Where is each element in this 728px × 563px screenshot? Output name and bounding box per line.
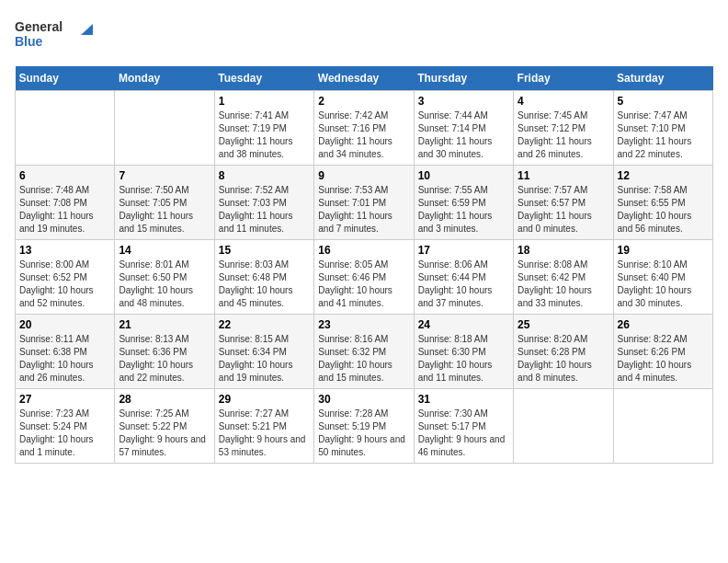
calendar-cell: 7Sunrise: 7:50 AM Sunset: 7:05 PM Daylig… <box>115 166 214 240</box>
calendar-cell: 6Sunrise: 7:48 AM Sunset: 7:08 PM Daylig… <box>16 166 115 240</box>
day-number: 8 <box>219 169 310 182</box>
day-info: Sunrise: 7:25 AM Sunset: 5:22 PM Dayligh… <box>119 408 210 459</box>
day-info: Sunrise: 7:52 AM Sunset: 7:03 PM Dayligh… <box>219 184 310 236</box>
day-number: 17 <box>418 244 509 257</box>
calendar-cell: 20Sunrise: 8:11 AM Sunset: 6:38 PM Dayli… <box>16 315 115 389</box>
day-info: Sunrise: 8:13 AM Sunset: 6:36 PM Dayligh… <box>119 333 210 385</box>
day-number: 18 <box>518 244 609 257</box>
calendar-cell: 27Sunrise: 7:23 AM Sunset: 5:24 PM Dayli… <box>16 389 115 464</box>
day-number: 23 <box>318 318 409 331</box>
calendar-cell: 28Sunrise: 7:25 AM Sunset: 5:22 PM Dayli… <box>115 389 214 464</box>
calendar-cell: 11Sunrise: 7:57 AM Sunset: 6:57 PM Dayli… <box>514 166 613 240</box>
calendar-week-row: 13Sunrise: 8:00 AM Sunset: 6:52 PM Dayli… <box>16 240 713 315</box>
day-info: Sunrise: 7:23 AM Sunset: 5:24 PM Dayligh… <box>19 408 110 459</box>
day-info: Sunrise: 7:58 AM Sunset: 6:55 PM Dayligh… <box>618 184 709 236</box>
day-number: 5 <box>618 95 709 108</box>
day-info: Sunrise: 8:22 AM Sunset: 6:26 PM Dayligh… <box>618 333 709 385</box>
day-number: 15 <box>219 244 310 257</box>
calendar-cell: 15Sunrise: 8:03 AM Sunset: 6:48 PM Dayli… <box>214 240 313 315</box>
day-of-week-header: Sunday <box>16 66 115 91</box>
calendar-cell: 3Sunrise: 7:44 AM Sunset: 7:14 PM Daylig… <box>414 91 513 166</box>
logo: General Blue <box>15 15 107 55</box>
calendar-cell: 10Sunrise: 7:55 AM Sunset: 6:59 PM Dayli… <box>414 166 513 240</box>
calendar-cell: 8Sunrise: 7:52 AM Sunset: 7:03 PM Daylig… <box>214 166 313 240</box>
day-info: Sunrise: 7:45 AM Sunset: 7:12 PM Dayligh… <box>518 109 609 161</box>
calendar-cell: 18Sunrise: 8:08 AM Sunset: 6:42 PM Dayli… <box>514 240 613 315</box>
day-info: Sunrise: 8:11 AM Sunset: 6:38 PM Dayligh… <box>19 333 110 385</box>
day-info: Sunrise: 7:50 AM Sunset: 7:05 PM Dayligh… <box>119 184 210 236</box>
calendar-cell: 1Sunrise: 7:41 AM Sunset: 7:19 PM Daylig… <box>214 91 313 166</box>
day-info: Sunrise: 8:06 AM Sunset: 6:44 PM Dayligh… <box>418 259 509 310</box>
svg-text:General: General <box>15 19 63 34</box>
day-info: Sunrise: 8:20 AM Sunset: 6:28 PM Dayligh… <box>518 333 609 385</box>
day-number: 27 <box>19 393 110 406</box>
day-number: 28 <box>119 393 210 406</box>
day-info: Sunrise: 8:01 AM Sunset: 6:50 PM Dayligh… <box>119 259 210 310</box>
day-of-week-header: Wednesday <box>314 66 414 91</box>
day-number: 31 <box>418 393 509 406</box>
day-number: 29 <box>219 393 310 406</box>
calendar-cell: 21Sunrise: 8:13 AM Sunset: 6:36 PM Dayli… <box>115 315 214 389</box>
calendar-cell <box>514 389 613 464</box>
day-number: 22 <box>219 318 310 331</box>
day-number: 7 <box>119 169 210 182</box>
day-info: Sunrise: 7:48 AM Sunset: 7:08 PM Dayligh… <box>19 184 110 236</box>
day-info: Sunrise: 8:16 AM Sunset: 6:32 PM Dayligh… <box>318 333 409 385</box>
calendar-cell: 30Sunrise: 7:28 AM Sunset: 5:19 PM Dayli… <box>314 389 414 464</box>
calendar-cell <box>613 389 712 464</box>
calendar-week-row: 27Sunrise: 7:23 AM Sunset: 5:24 PM Dayli… <box>16 389 713 464</box>
svg-text:Blue: Blue <box>15 34 43 49</box>
calendar-cell: 31Sunrise: 7:30 AM Sunset: 5:17 PM Dayli… <box>414 389 513 464</box>
day-number: 12 <box>618 169 709 182</box>
day-info: Sunrise: 8:18 AM Sunset: 6:30 PM Dayligh… <box>418 333 509 385</box>
day-number: 10 <box>418 169 509 182</box>
day-number: 4 <box>518 95 609 108</box>
day-number: 14 <box>119 244 210 257</box>
day-info: Sunrise: 8:05 AM Sunset: 6:46 PM Dayligh… <box>318 259 409 310</box>
calendar-header-row: SundayMondayTuesdayWednesdayThursdayFrid… <box>16 66 713 91</box>
calendar-cell: 5Sunrise: 7:47 AM Sunset: 7:10 PM Daylig… <box>613 91 712 166</box>
day-number: 24 <box>418 318 509 331</box>
day-number: 16 <box>318 244 409 257</box>
calendar-week-row: 20Sunrise: 8:11 AM Sunset: 6:38 PM Dayli… <box>16 315 713 389</box>
day-info: Sunrise: 7:47 AM Sunset: 7:10 PM Dayligh… <box>618 109 709 161</box>
calendar-cell: 19Sunrise: 8:10 AM Sunset: 6:40 PM Dayli… <box>613 240 712 315</box>
day-info: Sunrise: 7:30 AM Sunset: 5:17 PM Dayligh… <box>418 408 509 459</box>
day-number: 6 <box>19 169 110 182</box>
calendar-cell: 4Sunrise: 7:45 AM Sunset: 7:12 PM Daylig… <box>514 91 613 166</box>
day-number: 20 <box>19 318 110 331</box>
calendar-cell: 22Sunrise: 8:15 AM Sunset: 6:34 PM Dayli… <box>214 315 313 389</box>
day-info: Sunrise: 7:28 AM Sunset: 5:19 PM Dayligh… <box>318 408 409 459</box>
calendar-cell: 24Sunrise: 8:18 AM Sunset: 6:30 PM Dayli… <box>414 315 513 389</box>
day-info: Sunrise: 7:42 AM Sunset: 7:16 PM Dayligh… <box>318 109 409 161</box>
calendar-cell: 12Sunrise: 7:58 AM Sunset: 6:55 PM Dayli… <box>613 166 712 240</box>
logo-text: General Blue <box>15 15 107 55</box>
calendar-cell: 13Sunrise: 8:00 AM Sunset: 6:52 PM Dayli… <box>16 240 115 315</box>
day-info: Sunrise: 7:27 AM Sunset: 5:21 PM Dayligh… <box>219 408 310 459</box>
svg-marker-1 <box>81 24 93 35</box>
calendar-week-row: 1Sunrise: 7:41 AM Sunset: 7:19 PM Daylig… <box>16 91 713 166</box>
day-number: 30 <box>318 393 409 406</box>
day-info: Sunrise: 7:55 AM Sunset: 6:59 PM Dayligh… <box>418 184 509 236</box>
calendar-cell <box>16 91 115 166</box>
day-of-week-header: Thursday <box>414 66 513 91</box>
day-info: Sunrise: 8:03 AM Sunset: 6:48 PM Dayligh… <box>219 259 310 310</box>
calendar-table: SundayMondayTuesdayWednesdayThursdayFrid… <box>15 66 713 464</box>
day-number: 9 <box>318 169 409 182</box>
day-info: Sunrise: 8:08 AM Sunset: 6:42 PM Dayligh… <box>518 259 609 310</box>
day-info: Sunrise: 8:10 AM Sunset: 6:40 PM Dayligh… <box>618 259 709 310</box>
day-of-week-header: Monday <box>115 66 214 91</box>
day-number: 11 <box>518 169 609 182</box>
day-of-week-header: Tuesday <box>214 66 313 91</box>
day-number: 1 <box>219 95 310 108</box>
calendar-cell: 16Sunrise: 8:05 AM Sunset: 6:46 PM Dayli… <box>314 240 414 315</box>
calendar-week-row: 6Sunrise: 7:48 AM Sunset: 7:08 PM Daylig… <box>16 166 713 240</box>
day-number: 19 <box>618 244 709 257</box>
calendar-cell: 25Sunrise: 8:20 AM Sunset: 6:28 PM Dayli… <box>514 315 613 389</box>
day-number: 13 <box>19 244 110 257</box>
page-header: General Blue <box>15 15 713 55</box>
day-info: Sunrise: 7:44 AM Sunset: 7:14 PM Dayligh… <box>418 109 509 161</box>
calendar-cell: 29Sunrise: 7:27 AM Sunset: 5:21 PM Dayli… <box>214 389 313 464</box>
day-number: 3 <box>418 95 509 108</box>
calendar-cell: 17Sunrise: 8:06 AM Sunset: 6:44 PM Dayli… <box>414 240 513 315</box>
